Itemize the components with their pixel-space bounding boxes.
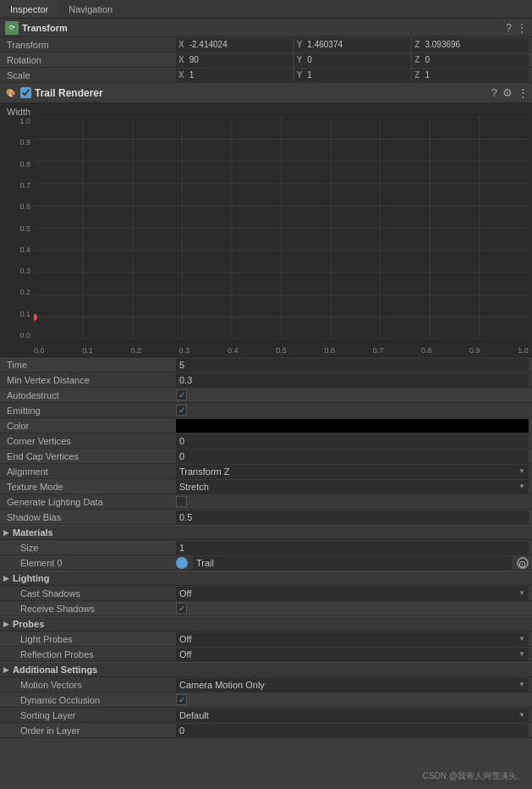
additional-settings-section-header[interactable]: ▶ Additional Settings bbox=[0, 662, 532, 677]
emitting-checkbox[interactable] bbox=[176, 405, 187, 416]
additional-settings-arrow-icon: ▶ bbox=[3, 665, 9, 674]
chart-title: Width bbox=[7, 107, 30, 117]
rotation-z-field: Z bbox=[412, 53, 529, 67]
cast-shadows-select[interactable]: Off bbox=[176, 587, 529, 600]
width-chart[interactable]: Width 0.0 0.1 0.2 0.3 0.4 0.5 0.6 0.7 0.… bbox=[0, 103, 532, 357]
time-row: Time bbox=[0, 357, 532, 372]
tab-navigation[interactable]: Navigation bbox=[58, 0, 123, 18]
position-row: Transform X Y Z bbox=[0, 37, 532, 52]
position-values: X Y Z bbox=[176, 38, 529, 52]
time-input[interactable] bbox=[176, 358, 529, 372]
rotation-label: Rotation bbox=[7, 55, 176, 65]
sorting-layer-value: Default bbox=[176, 709, 529, 722]
position-z-input[interactable] bbox=[422, 38, 529, 52]
sorting-layer-select[interactable]: Default bbox=[176, 709, 529, 722]
end-cap-vertices-input[interactable] bbox=[176, 450, 529, 463]
cast-shadows-row: Cast Shadows Off bbox=[0, 586, 532, 601]
position-x-label: X bbox=[176, 38, 187, 52]
order-in-layer-value bbox=[176, 724, 529, 737]
element0-label: Element 0 bbox=[7, 558, 176, 568]
motion-vectors-select[interactable]: Camera Motion Only bbox=[176, 678, 529, 692]
autodestruct-checkbox[interactable] bbox=[176, 389, 187, 400]
min-vertex-distance-label: Min Vertex Distance bbox=[7, 375, 176, 385]
scale-z-input[interactable] bbox=[422, 69, 529, 82]
time-value bbox=[176, 358, 529, 372]
color-value bbox=[176, 419, 529, 433]
position-y-label: Y bbox=[294, 38, 305, 52]
scale-y-input[interactable] bbox=[304, 69, 410, 82]
materials-section-header[interactable]: ▶ Materials bbox=[0, 525, 532, 540]
trail-renderer-icon: 🎨 bbox=[3, 86, 17, 100]
reflection-probes-row: Reflection Probes Off bbox=[0, 647, 532, 662]
position-x-field: X bbox=[176, 38, 293, 52]
rotation-y-input[interactable] bbox=[304, 53, 410, 67]
time-label: Time bbox=[7, 360, 176, 370]
light-probes-value: Off bbox=[176, 632, 529, 646]
transform-title: Transform bbox=[22, 23, 506, 33]
lighting-section-header[interactable]: ▶ Lighting bbox=[0, 571, 532, 586]
trail-settings-icon[interactable]: ⚙ bbox=[502, 86, 513, 99]
position-label: Transform bbox=[7, 40, 176, 50]
cast-shadows-value: Off bbox=[176, 587, 529, 600]
element0-row: Element 0 ⊙ bbox=[0, 555, 532, 571]
order-in-layer-input[interactable] bbox=[176, 724, 529, 737]
scale-x-label: X bbox=[176, 69, 187, 82]
transform-settings-icon[interactable]: ⋮ bbox=[517, 22, 527, 34]
scale-x-field: X bbox=[176, 69, 293, 82]
scale-y-field: Y bbox=[294, 69, 411, 82]
receive-shadows-label: Receive Shadows bbox=[7, 604, 176, 614]
texture-mode-select[interactable]: Stretch bbox=[176, 480, 529, 494]
motion-vectors-row: Motion Vectors Camera Motion Only bbox=[0, 677, 532, 692]
size-input[interactable] bbox=[176, 541, 529, 555]
element0-input[interactable] bbox=[193, 556, 512, 570]
scale-row: Scale X Y Z bbox=[0, 68, 532, 83]
autodestruct-label: Autodestruct bbox=[7, 390, 176, 400]
motion-vectors-value: Camera Motion Only bbox=[176, 678, 529, 692]
receive-shadows-checkbox[interactable] bbox=[176, 603, 187, 614]
corner-vertices-input[interactable] bbox=[176, 434, 529, 448]
texture-mode-value: Stretch bbox=[176, 480, 529, 494]
lighting-section-label: Lighting bbox=[13, 573, 49, 583]
receive-shadows-row: Receive Shadows bbox=[0, 601, 532, 616]
shadow-bias-label: Shadow Bias bbox=[7, 512, 176, 522]
alignment-label: Alignment bbox=[7, 466, 176, 477]
position-y-input[interactable] bbox=[304, 38, 410, 52]
shadow-bias-input[interactable] bbox=[176, 510, 529, 524]
rotation-z-label: Z bbox=[412, 53, 422, 67]
dynamic-occlusion-checkbox[interactable] bbox=[176, 694, 187, 705]
order-in-layer-label: Order in Layer bbox=[7, 726, 176, 736]
alignment-row: Alignment Transform Z bbox=[0, 464, 532, 479]
trail-menu-icon[interactable]: ⋮ bbox=[518, 86, 529, 99]
trail-help-icon[interactable]: ? bbox=[491, 86, 497, 99]
alignment-value: Transform Z bbox=[176, 465, 529, 478]
probes-section-header[interactable]: ▶ Probes bbox=[0, 616, 532, 632]
color-swatch[interactable] bbox=[176, 419, 529, 433]
materials-arrow-icon: ▶ bbox=[3, 528, 9, 537]
end-cap-vertices-label: End Cap Vertices bbox=[7, 451, 176, 461]
light-probes-select[interactable]: Off bbox=[176, 632, 529, 646]
motion-vectors-label: Motion Vectors bbox=[7, 680, 176, 690]
generate-lighting-data-checkbox[interactable] bbox=[176, 496, 187, 507]
reflection-probes-select[interactable]: Off bbox=[176, 648, 529, 661]
probes-arrow-icon: ▶ bbox=[3, 620, 9, 628]
element0-target-icon[interactable]: ⊙ bbox=[517, 557, 529, 569]
min-vertex-distance-input[interactable] bbox=[176, 373, 529, 387]
min-vertex-distance-value bbox=[176, 373, 529, 387]
transform-icon: ⟳ bbox=[5, 21, 19, 35]
tab-inspector[interactable]: Inspector bbox=[0, 0, 58, 18]
size-row: Size bbox=[0, 540, 532, 555]
chart-x-labels: 0.0 0.1 0.2 0.3 0.4 0.5 0.6 0.7 0.8 0.9 … bbox=[34, 346, 529, 355]
trail-renderer-enabled-checkbox[interactable] bbox=[20, 87, 31, 98]
transform-help-icon[interactable]: ? bbox=[506, 22, 512, 34]
color-row: Color bbox=[0, 418, 532, 433]
header-tabs: Inspector Navigation bbox=[0, 0, 532, 19]
alignment-select[interactable]: Transform Z bbox=[176, 465, 529, 478]
rotation-z-input[interactable] bbox=[422, 53, 529, 67]
scale-z-field: Z bbox=[412, 69, 529, 82]
probes-section-label: Probes bbox=[13, 619, 44, 629]
scale-x-input[interactable] bbox=[187, 69, 293, 82]
receive-shadows-value bbox=[176, 603, 529, 614]
rotation-x-input[interactable] bbox=[187, 53, 293, 67]
position-x-input[interactable] bbox=[187, 38, 293, 52]
sorting-layer-label: Sorting Layer bbox=[7, 710, 176, 720]
